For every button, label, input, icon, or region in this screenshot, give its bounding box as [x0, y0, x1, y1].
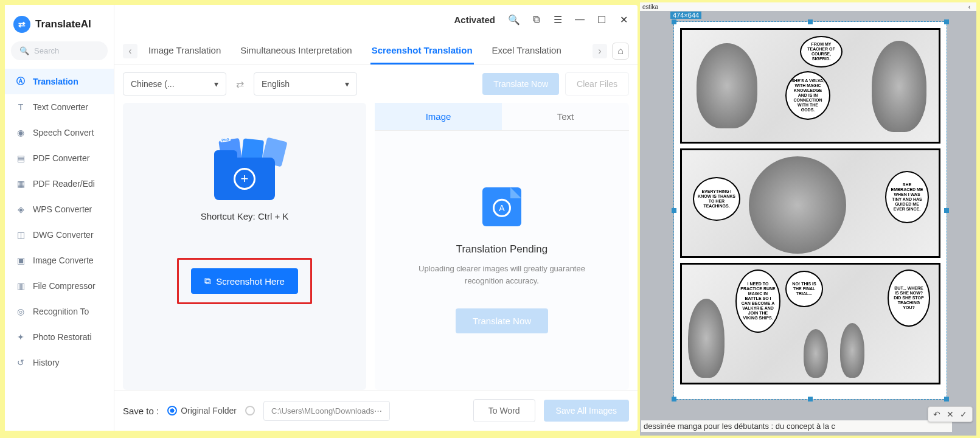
sidebar-item-history[interactable]: ↺History — [5, 350, 114, 375]
sidebar-item-photo-restoration[interactable]: ✦Photo Restorati — [5, 324, 114, 350]
manga-image-selection[interactable]: FROM MY TEACHER OF COURSE, SIGFRID. SHE'… — [674, 22, 947, 399]
save-all-images-button[interactable]: Save All Images — [544, 400, 629, 422]
shortcut-hint: Shortcut Key: Ctrl + K — [201, 211, 289, 221]
translate-now-button-center[interactable]: Translate Now — [456, 308, 548, 333]
speech-bubble: I NEED TO PRACTICE RUNE MAGIC IN BATTLE … — [735, 269, 780, 333]
source-language-select[interactable]: Chinese (...▾ — [123, 72, 226, 96]
maximize-button[interactable]: ☐ — [595, 13, 608, 26]
menu-icon[interactable]: ☰ — [551, 13, 565, 26]
subtab-text[interactable]: Text — [502, 103, 629, 130]
sidebar-item-dwg-converter[interactable]: ◫DWG Converter — [5, 222, 114, 248]
path-input[interactable]: C:\Users\MLoong\Downloads ⋯ — [263, 401, 390, 421]
manga-panel-3: I NEED TO PRACTICE RUNE MAGIC IN BATTLE … — [680, 263, 940, 384]
speech-bubble: SHE'S A VØLVA, WITH MAGIC KNOWLEDGE AND … — [785, 71, 830, 120]
zoom-icon[interactable]: 🔍 — [507, 13, 521, 26]
compress-icon: ▥ — [15, 280, 27, 292]
sidebar-item-text-converter[interactable]: TText Converter — [5, 94, 114, 120]
sidebar: ⇄ TranslateAI 🔍 Search ⒶTranslation TTex… — [5, 5, 114, 431]
translate-now-button-top[interactable]: Translate Now — [482, 73, 559, 95]
selection-handle[interactable] — [944, 397, 949, 401]
screenshot-toolbar: ↶ ✕ ✓ — [928, 406, 973, 422]
pending-file-icon: A — [482, 187, 521, 226]
app-title: TranslateAI — [35, 18, 91, 30]
highlight-box: ⧉ Screenshot Here — [177, 258, 312, 304]
topbar: Activated 🔍 ⧉ ☰ — ☐ ✕ — [114, 5, 638, 34]
dwg-icon: ◫ — [15, 229, 27, 241]
language-row: Chinese (...▾ ⇄ English▾ Translate Now C… — [114, 65, 638, 103]
speech-bubble: SHE EMBRACED ME WHEN I WAS TINY AND HAS … — [885, 171, 929, 223]
sidebar-item-wps-converter[interactable]: ◈WPS Converter — [5, 196, 114, 222]
selection-handle[interactable] — [944, 208, 949, 213]
radio-original-folder[interactable]: Original Folder — [167, 406, 237, 415]
minimize-button[interactable]: — — [573, 13, 586, 26]
manga-panel-2: EVERYTHING I KNOW IS THANKS TO HER TEACH… — [680, 148, 940, 258]
activated-label: Activated — [454, 15, 495, 25]
image-caption: dessinée manga pour les débutants : du c… — [641, 420, 952, 432]
result-subtabs: Image Text — [375, 103, 629, 131]
manga-preview-pane: estika ‹ 474×644 FROM MY TEACHER OF COUR… — [640, 2, 976, 436]
target-language-select[interactable]: English▾ — [254, 72, 357, 96]
tab-image-translation[interactable]: Image Translation — [147, 40, 222, 64]
radio-unchecked-icon — [245, 406, 255, 415]
popout-icon[interactable]: ⧉ — [529, 13, 543, 26]
speech-bubble: FROM MY TEACHER OF COURSE, SIGFRID. — [800, 36, 843, 68]
swap-languages-icon[interactable]: ⇄ — [232, 78, 248, 90]
screenshot-here-button[interactable]: ⧉ Screenshot Here — [191, 268, 298, 294]
manga-page: FROM MY TEACHER OF COURSE, SIGFRID. SHE'… — [680, 28, 940, 393]
tab-excel-translation[interactable]: Excel Translation — [491, 40, 563, 64]
confirm-icon[interactable]: ✓ — [960, 409, 967, 419]
tab-screenshot-translation[interactable]: Screenshot Translation — [370, 40, 474, 64]
search-input[interactable]: 🔍 Search — [11, 41, 108, 60]
speech-bubble: NO! THIS IS THE FINAL TRIAL... — [785, 271, 823, 307]
reader-icon: ▦ — [15, 178, 27, 190]
chevron-down-icon: ▾ — [214, 79, 218, 89]
sidebar-item-speech-convert[interactable]: ◉Speech Convert — [5, 120, 114, 145]
tab-simultaneous-interpretation[interactable]: Simultaneous Interpretation — [239, 40, 353, 64]
text-icon: T — [15, 101, 27, 113]
speech-bubble: EVERYTHING I KNOW IS THANKS TO HER TEACH… — [693, 177, 740, 221]
to-word-button[interactable]: To Word — [473, 399, 535, 422]
sidebar-item-pdf-reader[interactable]: ▦PDF Reader/Edi — [5, 171, 114, 196]
save-to-label: Save to : — [123, 406, 159, 416]
app-window: ⇄ TranslateAI 🔍 Search ⒶTranslation TTex… — [5, 5, 638, 431]
selection-handle[interactable] — [808, 19, 813, 24]
sidebar-item-translation[interactable]: ⒶTranslation — [5, 69, 114, 94]
radio-checked-icon — [167, 406, 177, 415]
selection-handle[interactable] — [944, 19, 949, 24]
sidebar-item-pdf-converter[interactable]: ▤PDF Converter — [5, 145, 114, 171]
bottom-row: Save to : Original Folder C:\Users\MLoon… — [114, 390, 638, 431]
history-icon: ↺ — [15, 356, 27, 369]
radio-custom-path[interactable] — [245, 406, 255, 415]
tab-prev-button[interactable]: ‹ — [123, 44, 137, 58]
clear-files-button[interactable]: Clear Files — [565, 72, 629, 96]
sidebar-item-recognition[interactable]: ◎Recognition To — [5, 299, 114, 324]
pending-area: A Translation Pending Uploading clearer … — [375, 131, 629, 390]
logo-icon: ⇄ — [13, 16, 30, 33]
home-icon[interactable]: ⌂ — [612, 43, 629, 60]
close-button[interactable]: ✕ — [617, 13, 630, 26]
chevron-left-icon[interactable]: ‹ — [968, 4, 976, 10]
more-icon[interactable]: ⋯ — [374, 406, 382, 415]
sidebar-item-image-converter[interactable]: ▣Image Converte — [5, 248, 114, 273]
browser-strip: estika ‹ — [640, 2, 976, 11]
tab-next-button[interactable]: › — [593, 44, 607, 58]
photo-icon: ✦ — [15, 331, 27, 343]
add-file-icon: + — [234, 168, 255, 190]
selection-handle[interactable] — [808, 397, 813, 401]
undo-icon[interactable]: ↶ — [933, 409, 940, 419]
translate-icon: Ⓐ — [15, 75, 27, 88]
chevron-down-icon: ▾ — [345, 79, 349, 89]
selection-handle[interactable] — [672, 19, 676, 24]
pending-title: Translation Pending — [456, 243, 548, 255]
tabs-row: ‹ Image Translation Simultaneous Interpr… — [114, 34, 638, 65]
body-row: PNG + Shortcut Key: Ctrl + K ⧉ Screensho… — [114, 103, 638, 390]
speech-bubble: BUT... WHERE IS SHE NOW? DID SHE STOP TE… — [888, 269, 930, 327]
sidebar-item-file-compressor[interactable]: ▥File Compressor — [5, 273, 114, 299]
selection-handle[interactable] — [672, 208, 676, 213]
manga-panel-1: FROM MY TEACHER OF COURSE, SIGFRID. SHE'… — [680, 28, 940, 144]
pending-subtitle: Uploading clearer images will greatly gu… — [405, 263, 599, 287]
subtab-image[interactable]: Image — [375, 103, 502, 130]
selection-handle[interactable] — [672, 397, 676, 401]
wps-icon: ◈ — [15, 203, 27, 215]
cancel-icon[interactable]: ✕ — [947, 409, 954, 419]
